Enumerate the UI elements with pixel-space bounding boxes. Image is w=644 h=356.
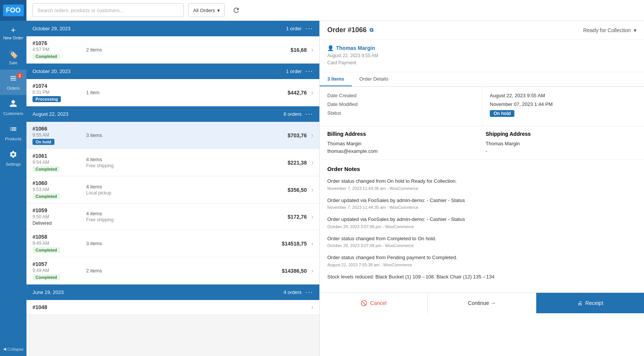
continue-label: Continue → <box>468 300 496 306</box>
sidebar-item-products[interactable]: Products <box>0 120 26 146</box>
order-row-1074[interactable]: #1074 6:31 PM Processing 1 item $442,76 … <box>26 79 319 106</box>
external-link-icon[interactable]: ⧉ <box>370 27 373 33</box>
refresh-button[interactable] <box>229 3 243 17</box>
note-meta-2: October 29, 2023 3:07:06 pm - WooCommerc… <box>327 224 636 229</box>
order-number-1076: #1076 <box>33 40 82 46</box>
order-total-1060: $356,50 <box>269 187 307 193</box>
order-arrow-1076: › <box>311 47 313 53</box>
group-menu-oct29[interactable]: ··· <box>305 25 313 33</box>
note-item-1: Order updated via FooSales by admin-demo… <box>327 197 636 210</box>
order-items-1074: 1 item <box>86 90 265 95</box>
order-row-1048[interactable]: #1048 › <box>26 300 319 315</box>
order-row-1058[interactable]: #1058 9:49 AM Completed 3 items $14518,7… <box>26 230 319 257</box>
order-time-1059: 9:50 AM <box>33 214 82 219</box>
note-text-1: Order updated via FooSales by admin-demo… <box>327 197 636 204</box>
order-total-1057: $14386,50 <box>269 268 307 274</box>
order-arrow-1058: › <box>311 240 313 247</box>
customer-name[interactable]: 👤 Thomas Margin <box>327 45 636 51</box>
order-arrow-1061: › <box>311 159 313 166</box>
tab-order-details[interactable]: Order Details <box>352 72 396 86</box>
date-group-jun19-count: 4 orders <box>283 289 302 295</box>
customer-date: August 22, 2023 9:55 AM <box>327 53 378 58</box>
date-group-aug22-count: 6 orders <box>283 111 302 117</box>
order-row-1061[interactable]: #1061 9:54 AM Completed 4 items Free shi… <box>26 149 319 176</box>
note-text-0: Order status changed from On hold to Rea… <box>327 177 636 185</box>
note-text-3: Order status changed from Completed to O… <box>327 235 636 243</box>
order-arrow-1066: › <box>311 132 313 139</box>
shipping-address-col: Shipping Address Thomas Margin - <box>486 131 636 155</box>
details-grid: Date Created Date Modified Status August… <box>320 87 644 126</box>
date-group-oct29-count: 1 order <box>286 26 302 31</box>
chevron-down-icon: ▾ <box>217 8 220 13</box>
note-item-0: Order status changed from On hold to Rea… <box>327 177 636 191</box>
settings-icon <box>9 150 17 160</box>
logo-text: FOO <box>3 5 24 16</box>
order-number-1058: #1058 <box>33 234 82 240</box>
continue-button[interactable]: Continue → <box>428 293 536 313</box>
orders-badge: 2 <box>17 73 23 79</box>
tab-items-label: 3 Items <box>327 76 344 82</box>
orders-icon <box>9 74 17 84</box>
search-input[interactable] <box>33 3 184 17</box>
filter-label: All Orders <box>193 8 215 13</box>
order-row-1059[interactable]: #1059 9:50 AM Delivered 4 items Free shi… <box>26 204 319 230</box>
date-group-oct29-label: October 29, 2023 <box>33 26 70 31</box>
note-meta-3: October 29, 2023 3:07:06 pm - WooCommerc… <box>327 243 636 248</box>
detail-date-created-value-row: August 22, 2023 9:55 AM <box>490 93 636 98</box>
cancel-icon: 🚫 <box>361 300 367 306</box>
date-modified-label: Date Modified <box>327 101 358 107</box>
group-menu-aug22[interactable]: ··· <box>305 110 313 118</box>
order-number-1048: #1048 <box>33 304 82 310</box>
order-total-1058: $14518,75 <box>269 241 307 247</box>
settings-label: Settings <box>6 162 21 166</box>
order-time-1061: 9:54 AM <box>33 160 82 165</box>
order-row-1066[interactable]: #1066 9:55 AM On hold 3 items $703,76 › <box>26 122 319 149</box>
tab-items[interactable]: 3 Items <box>320 72 352 86</box>
group-menu-oct20[interactable]: ··· <box>305 67 313 75</box>
sidebar-item-settings[interactable]: Settings <box>0 146 26 171</box>
sidebar-item-sale[interactable]: 🏷️ Sale <box>0 45 26 70</box>
detail-row-date-created: Date Created <box>327 93 482 98</box>
sidebar-item-customers[interactable]: Customers <box>0 95 26 120</box>
group-menu-jun19[interactable]: ··· <box>305 288 313 296</box>
order-row-1060[interactable]: #1060 9:53 AM Completed 4 items Local pi… <box>26 176 319 204</box>
order-items-1061: 4 items Free shipping <box>86 157 265 168</box>
order-row-1057[interactable]: #1057 9:49 AM Completed 2 items $14386,5… <box>26 257 319 284</box>
receipt-button[interactable]: 🖨 Receipt <box>536 293 644 313</box>
sidebar-item-orders[interactable]: 2 Orders <box>0 70 26 95</box>
order-info-1061: #1061 9:54 AM Completed <box>33 153 82 172</box>
order-number-1060: #1060 <box>33 180 82 186</box>
customer-payment: Card Payment <box>327 60 356 65</box>
status-dropdown[interactable]: Ready for Collection ▾ <box>583 27 636 33</box>
order-time-1066: 9:55 AM <box>33 132 82 138</box>
order-items-1058: 3 items <box>86 241 265 246</box>
cancel-button[interactable]: 🚫 Cancel <box>320 293 428 313</box>
status-value-badge: On hold <box>490 110 514 117</box>
order-info-1076: #1076 4:57 PM Completed <box>33 40 82 59</box>
products-icon <box>9 125 17 135</box>
date-group-jun19: June 19, 2023 4 orders ··· <box>26 284 319 300</box>
billing-address-col: Billing Address Thomas Margin thomas@exa… <box>327 131 478 155</box>
date-group-aug22-label: August 22, 2023 <box>33 111 68 117</box>
chevron-down-status-icon: ▾ <box>634 27 636 33</box>
sidebar-item-new-order[interactable]: + New Order <box>0 21 26 45</box>
orders-label: Orders <box>7 86 20 90</box>
order-total-1066: $703,76 <box>269 132 307 138</box>
date-modified-value: November 07, 2023 1:44 PM <box>490 101 553 107</box>
order-items-1066: 3 items <box>86 132 265 138</box>
collapse-button[interactable]: ◀ Collapse <box>0 342 26 356</box>
receipt-label: Receipt <box>585 300 603 306</box>
order-time-1076: 4:57 PM <box>33 47 82 52</box>
shipping-title: Shipping Address <box>486 131 636 137</box>
orders-list: October 29, 2023 1 order ··· #1076 4:57 … <box>26 21 319 356</box>
order-time-1060: 9:53 AM <box>33 187 82 192</box>
details-right-col: August 22, 2023 9:55 AM November 07, 202… <box>482 87 636 126</box>
sidebar-logo: FOO <box>0 0 26 21</box>
status-dropdown-label: Ready for Collection <box>583 27 631 33</box>
collapse-icon: ◀ <box>3 347 6 351</box>
order-row-1076[interactable]: #1076 4:57 PM Completed 2 items $16,68 › <box>26 36 319 64</box>
printer-icon: 🖨 <box>577 300 582 306</box>
order-arrow-1048: › <box>311 304 313 311</box>
filter-dropdown[interactable]: All Orders ▾ <box>188 3 225 17</box>
date-group-jun19-label: June 19, 2023 <box>33 289 63 295</box>
